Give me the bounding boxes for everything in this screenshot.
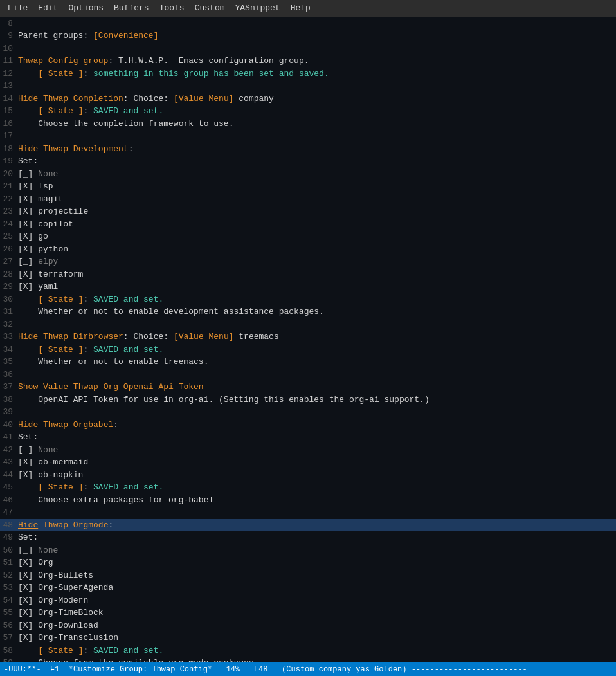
line-27: 27[_] elpy <box>0 255 616 268</box>
line-18: 18Hide Thwap Development: <box>0 143 616 156</box>
line-44: 44[X] ob-napkin <box>0 469 616 482</box>
line-59: 59 Choose from the available org-mode pa… <box>0 657 616 662</box>
menu-edit[interactable]: Edit <box>33 1 63 15</box>
menu-yasnippet[interactable]: YASnippet <box>230 1 285 15</box>
menu-bar: File Edit Options Buffers Tools Custom Y… <box>0 0 616 17</box>
line-38: 38 OpenAI API Token for use in org-ai. (… <box>0 394 616 407</box>
status-bar-text: -UUU:**- F1 *Customize Group: Thwap Conf… <box>4 664 527 675</box>
line-25: 25[X] go <box>0 230 616 243</box>
line-53: 53[X] Org-SuperAgenda <box>0 581 616 594</box>
line-24: 24[X] copilot <box>0 218 616 231</box>
line-42: 42[_] None <box>0 444 616 457</box>
line-55: 55[X] Org-TimeBlock <box>0 607 616 619</box>
line-33: 33Hide Thwap Dirbrowser: Choice: [Value … <box>0 331 616 343</box>
line-28: 28[X] terraform <box>0 268 616 281</box>
menu-options[interactable]: Options <box>63 1 109 15</box>
line-49: 49Set: <box>0 531 616 544</box>
line-8: 8 <box>0 17 616 30</box>
line-50: 50[_] None <box>0 544 616 557</box>
line-56: 56[X] Org-Download <box>0 619 616 632</box>
line-12: 12 [ State ]: something in this group ha… <box>0 68 616 80</box>
content-area[interactable]: 8 9Parent groups: [Convenience] 10 11Thw… <box>0 17 616 662</box>
line-11: 11Thwap Config group: T.H.W.A.P. Emacs c… <box>0 55 616 68</box>
line-22: 22[X] magit <box>0 193 616 206</box>
line-13: 13 <box>0 80 616 93</box>
menu-custom[interactable]: Custom <box>190 1 230 15</box>
line-51: 51[X] Org <box>0 556 616 569</box>
line-35: 35 Whether or not to enable treemacs. <box>0 356 616 369</box>
line-16: 16 Choose the completion framework to us… <box>0 118 616 131</box>
menu-buffers[interactable]: Buffers <box>109 1 154 15</box>
line-23: 23[X] projectile <box>0 205 616 218</box>
line-41: 41Set: <box>0 431 616 444</box>
line-43: 43[X] ob-mermaid <box>0 456 616 469</box>
line-31: 31 Whether or not to enable development … <box>0 306 616 318</box>
line-9: 9Parent groups: [Convenience] <box>0 30 616 42</box>
line-30: 30 [ State ]: SAVED and set. <box>0 293 616 306</box>
line-58: 58 [ State ]: SAVED and set. <box>0 644 616 657</box>
line-21: 21[X] lsp <box>0 180 616 193</box>
line-36: 36 <box>0 369 616 381</box>
line-10: 10 <box>0 42 616 55</box>
status-bar: -UUU:**- F1 *Customize Group: Thwap Conf… <box>0 662 616 677</box>
line-20: 20[_] None <box>0 168 616 181</box>
line-40: 40Hide Thwap Orgbabel: <box>0 419 616 432</box>
line-32: 32 <box>0 318 616 331</box>
line-39: 39 <box>0 406 616 419</box>
menu-file[interactable]: File <box>3 1 33 15</box>
line-48: 48Hide Thwap Orgmode: <box>0 519 616 532</box>
line-54: 54[X] Org-Modern <box>0 594 616 607</box>
line-34: 34 [ State ]: SAVED and set. <box>0 343 616 356</box>
line-26: 26[X] python <box>0 243 616 256</box>
line-45: 45 [ State ]: SAVED and set. <box>0 481 616 494</box>
line-14: 14Hide Thwap Completion: Choice: [Value … <box>0 93 616 105</box>
line-47: 47 <box>0 506 616 519</box>
menu-tools[interactable]: Tools <box>154 1 190 15</box>
line-19: 19Set: <box>0 155 616 168</box>
line-29: 29[X] yaml <box>0 280 616 293</box>
line-37: 37Show Value Thwap Org Openai Api Token <box>0 381 616 394</box>
menu-help[interactable]: Help <box>285 1 316 15</box>
line-15: 15 [ State ]: SAVED and set. <box>0 105 616 118</box>
line-46: 46 Choose extra packages for org-babel <box>0 494 616 507</box>
line-17: 17 <box>0 130 616 143</box>
line-57: 57[X] Org-Transclusion <box>0 632 616 644</box>
line-52: 52[X] Org-Bullets <box>0 569 616 582</box>
